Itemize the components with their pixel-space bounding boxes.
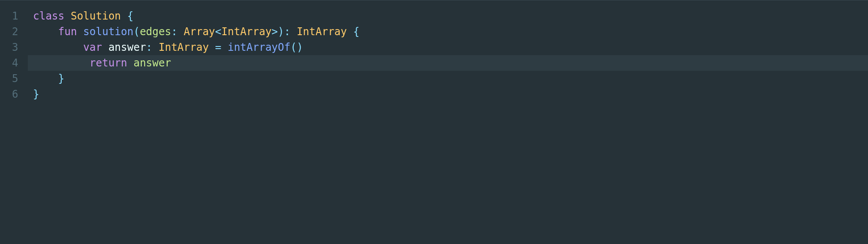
line-number: 2 [0,24,18,40]
variable-name: answer [108,41,146,53]
function-call: intArrayOf [228,41,291,53]
space [290,26,296,38]
return-type: IntArray [297,26,347,38]
space [209,41,215,53]
space [347,26,353,38]
paren-open: ( [133,26,139,38]
angle-open: < [215,26,221,38]
type-array: Array [184,26,215,38]
line-number: 1 [0,8,18,24]
indent [33,26,58,38]
keyword-class: class [33,10,64,22]
colon: : [171,26,177,38]
brace-open: { [127,10,133,22]
function-name: solution [83,26,134,38]
angle-close: > [272,26,278,38]
brace-close: } [33,88,39,100]
paren-close: ) [278,26,284,38]
space [127,57,133,69]
brace-close: } [58,73,64,85]
colon: : [284,26,290,38]
parens: () [290,41,303,53]
space [102,41,108,53]
code-line-6[interactable]: } [28,86,868,102]
indent [33,57,89,69]
type-intarray: IntArray [159,41,209,53]
keyword-var: var [83,41,102,53]
line-number: 5 [0,71,18,86]
type-intarray: IntArray [222,26,272,38]
code-line-5[interactable]: } [28,71,868,86]
equals: = [215,41,221,53]
space [177,26,183,38]
space [152,41,159,53]
keyword-return: return [89,57,127,69]
space [77,26,83,38]
code-line-3[interactable]: var answer: IntArray = intArrayOf() [28,40,868,55]
indent [33,73,58,85]
colon: : [146,41,152,53]
param-name: edges [140,26,171,38]
code-content[interactable]: class Solution { fun solution(edges: Arr… [28,8,868,102]
line-number: 6 [0,86,18,102]
line-number: 4 [0,55,18,71]
keyword-fun: fun [58,26,77,38]
class-name: Solution [64,10,127,22]
line-number-gutter: 1 2 3 4 5 6 [0,8,28,102]
code-line-4-active[interactable]: return answer [28,55,868,71]
code-editor[interactable]: 1 2 3 4 5 6 class Solution { fun solutio… [0,0,868,102]
indent [33,41,83,53]
variable-ref: answer [133,57,171,69]
code-line-2[interactable]: fun solution(edges: Array<IntArray>): In… [28,24,868,40]
line-number: 3 [0,40,18,55]
code-line-1[interactable]: class Solution { [28,8,868,24]
space [222,41,228,53]
brace-open: { [353,26,359,38]
